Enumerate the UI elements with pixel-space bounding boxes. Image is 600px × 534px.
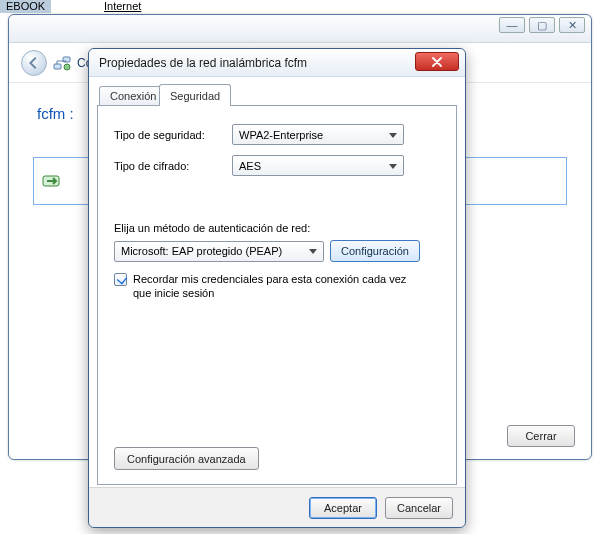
window-buttons: — ▢ ✕ bbox=[499, 17, 585, 33]
svg-rect-0 bbox=[54, 64, 61, 69]
properties-dialog: Propiedades de la red inalámbrica fcfm C… bbox=[88, 48, 466, 528]
row-remember-credentials: Recordar mis credenciales para esta cone… bbox=[114, 272, 414, 300]
dialog-footer: Aceptar Cancelar bbox=[89, 487, 465, 527]
network-name-label: fcfm : bbox=[37, 105, 74, 122]
dialog-title: Propiedades de la red inalámbrica fcfm bbox=[99, 56, 307, 70]
parent-titlebar[interactable]: — ▢ ✕ bbox=[9, 15, 591, 43]
minimize-button[interactable]: — bbox=[499, 17, 525, 33]
arrow-left-icon bbox=[28, 57, 40, 69]
advanced-settings-button[interactable]: Configuración avanzada bbox=[114, 447, 259, 470]
cancel-button-label: Cancelar bbox=[397, 502, 441, 514]
row-security-type: Tipo de seguridad: WPA2-Enterprise bbox=[114, 124, 440, 145]
advanced-wrap: Configuración avanzada bbox=[114, 447, 259, 470]
cipher-type-label: Tipo de cifrado: bbox=[114, 160, 232, 172]
row-cipher-type: Tipo de cifrado: AES bbox=[114, 155, 440, 176]
auth-config-button[interactable]: Configuración bbox=[330, 240, 420, 262]
remember-credentials-label: Recordar mis credenciales para esta cone… bbox=[133, 272, 414, 300]
network-icon bbox=[53, 55, 71, 71]
security-type-label: Tipo de seguridad: bbox=[114, 129, 232, 141]
cipher-type-select[interactable]: AES bbox=[232, 155, 404, 176]
tab-connection-label: Conexión bbox=[110, 90, 156, 102]
close-window-button[interactable]: ✕ bbox=[559, 17, 585, 33]
tabstrip: Conexión Seguridad bbox=[97, 83, 457, 105]
desktop-fragment-ebook: EBOOK bbox=[0, 0, 51, 13]
minimize-icon: — bbox=[507, 19, 518, 31]
maximize-icon: ▢ bbox=[537, 19, 547, 32]
chevron-down-icon bbox=[385, 159, 400, 174]
item-icon bbox=[42, 172, 60, 190]
security-type-select[interactable]: WPA2-Enterprise bbox=[232, 124, 404, 145]
maximize-button[interactable]: ▢ bbox=[529, 17, 555, 33]
close-button[interactable]: Cerrar bbox=[507, 425, 575, 447]
auth-method-select[interactable]: Microsoft: EAP protegido (PEAP) bbox=[114, 241, 324, 262]
tab-security[interactable]: Seguridad bbox=[159, 84, 231, 106]
tab-panel-security: Tipo de seguridad: WPA2-Enterprise Tipo … bbox=[97, 105, 457, 485]
row-auth-method: Microsoft: EAP protegido (PEAP) Configur… bbox=[114, 240, 440, 262]
dialog-client-area: Conexión Seguridad Tipo de seguridad: WP… bbox=[97, 83, 457, 485]
ok-button[interactable]: Aceptar bbox=[309, 497, 377, 519]
back-button[interactable] bbox=[21, 50, 47, 76]
security-type-value: WPA2-Enterprise bbox=[239, 129, 323, 141]
cancel-button[interactable]: Cancelar bbox=[385, 497, 453, 519]
cipher-type-value: AES bbox=[239, 160, 261, 172]
dialog-titlebar[interactable]: Propiedades de la red inalámbrica fcfm bbox=[89, 49, 465, 77]
auth-config-button-label: Configuración bbox=[341, 245, 409, 257]
desktop-fragment-internet: Internet bbox=[104, 0, 141, 13]
svg-point-2 bbox=[64, 64, 70, 70]
close-icon: ✕ bbox=[568, 19, 577, 32]
remember-credentials-checkbox[interactable] bbox=[114, 273, 127, 286]
close-button-label: Cerrar bbox=[525, 430, 556, 442]
parent-footer: Cerrar bbox=[507, 425, 575, 447]
chevron-down-icon bbox=[385, 128, 400, 143]
close-icon bbox=[431, 57, 443, 67]
chevron-down-icon bbox=[305, 245, 320, 260]
auth-method-value: Microsoft: EAP protegido (PEAP) bbox=[121, 245, 282, 257]
tab-security-label: Seguridad bbox=[170, 90, 220, 102]
advanced-settings-label: Configuración avanzada bbox=[127, 453, 246, 465]
ok-button-label: Aceptar bbox=[324, 502, 362, 514]
auth-method-label: Elija un método de autenticación de red: bbox=[114, 222, 440, 234]
dialog-close-button[interactable] bbox=[415, 52, 459, 71]
tab-connection[interactable]: Conexión bbox=[99, 86, 167, 105]
